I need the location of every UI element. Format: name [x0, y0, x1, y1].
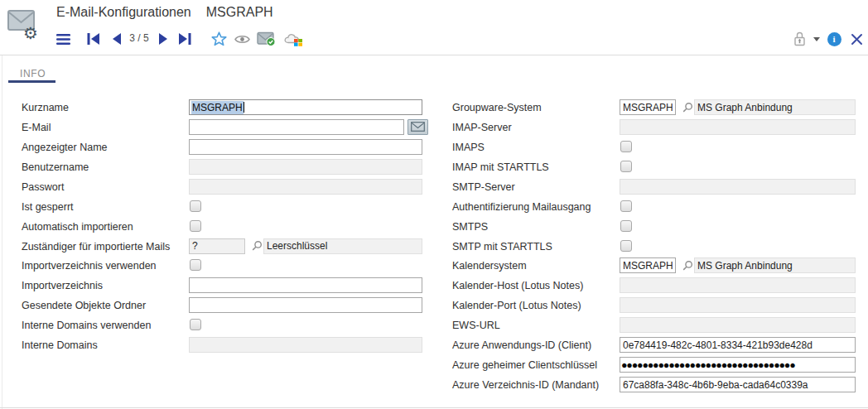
- chevron-down-icon: [813, 37, 820, 41]
- nav-next-button[interactable]: [157, 29, 169, 49]
- form-row-imap-mit-starttls: IMAP mit STARTTLS: [452, 157, 860, 177]
- envelope-icon: [411, 122, 425, 132]
- gesendete-objekte-ordner-input[interactable]: [189, 297, 422, 313]
- field-label: Azure Verzeichnis-ID (Mandant): [452, 375, 599, 395]
- imap-mit-starttls-checkbox[interactable]: [620, 161, 632, 172]
- form-row-automatisch-importieren: Automatisch importieren: [22, 217, 436, 237]
- last-record-icon: [179, 33, 191, 45]
- kalendersystem-lookup-button[interactable]: [681, 258, 694, 272]
- field-label: Gesendete Objekte Ordner: [22, 296, 146, 315]
- field-label: Kalender-Port (Lotus Notes): [452, 296, 581, 315]
- form-row-importverzeichnis-verwenden: Importverzeichnis verwenden: [22, 256, 436, 276]
- smtp-mit-starttls-checkbox[interactable]: [620, 240, 632, 252]
- field-label: SMTP-Server: [452, 177, 515, 197]
- azure-anwendungs-id-client-input[interactable]: [620, 337, 856, 353]
- send-email-button[interactable]: [407, 119, 428, 135]
- kalendersystem-code-input[interactable]: [620, 257, 676, 273]
- field-label: Azure geheimer Clientschlüssel: [452, 355, 597, 375]
- previous-record-icon: [113, 33, 121, 45]
- first-record-icon: [87, 33, 99, 45]
- field-label: IMAPS: [452, 137, 485, 157]
- nav-previous-button[interactable]: [111, 29, 123, 49]
- lock-icon: [793, 31, 807, 46]
- nav-last-button[interactable]: [177, 29, 192, 49]
- protection-dropdown[interactable]: [811, 29, 822, 49]
- groupware-system-description: [694, 99, 856, 115]
- groupware-system-code-input[interactable]: [620, 99, 676, 115]
- search-icon: [251, 240, 263, 252]
- form-column-right: Groupware-SystemIMAP-ServerIMAPSIMAP mit…: [452, 98, 860, 404]
- next-record-icon: [159, 33, 167, 45]
- automatisch-importieren-checkbox[interactable]: [190, 220, 201, 232]
- email-configuration-window: ⚙ E-Mail-Konfigurationen MSGRAPH 3 / 5: [0, 0, 868, 409]
- interne-domains-verwenden-checkbox[interactable]: [190, 319, 201, 330]
- form-row-gesendete-objekte-ordner: Gesendete Objekte Ordner: [22, 296, 436, 315]
- form-row-benutzername: Benutzername: [22, 157, 436, 177]
- form-column-left: KurznameMSGRAPHE-MailAngezeigter NameBen…: [22, 98, 436, 371]
- smtp-server-input: [620, 179, 856, 195]
- field-label: Automatisch importieren: [22, 217, 133, 237]
- email-settings-app-icon: ⚙: [7, 8, 43, 45]
- e-mail-input[interactable]: [189, 119, 404, 135]
- form-row-azure-anwendungs-id-client: Azure Anwendungs-ID (Client): [452, 335, 860, 355]
- form-row-imap-server: IMAP-Server: [452, 118, 860, 137]
- field-label: Kalendersystem: [452, 256, 527, 276]
- close-button[interactable]: [848, 29, 865, 49]
- menu-button[interactable]: [55, 29, 70, 49]
- azure-verzeichnis-id-mandant-input[interactable]: [620, 377, 856, 392]
- field-label: Importverzeichnis verwenden: [22, 256, 157, 276]
- smtps-checkbox[interactable]: [620, 220, 632, 232]
- imap-server-input: [620, 119, 856, 135]
- importverzeichnis-verwenden-checkbox[interactable]: [190, 259, 201, 271]
- field-label: Interne Domains verwenden: [22, 315, 151, 335]
- field-label: EWS-URL: [452, 315, 500, 335]
- selected-text: MSGRAPH: [191, 101, 244, 114]
- azure-geheimer-clientschluessel-input[interactable]: [620, 357, 856, 373]
- window-left-edge: [2, 55, 2, 409]
- record-title: MSGRAPH: [206, 5, 273, 20]
- field-label: SMTP mit STARTTLS: [452, 237, 552, 257]
- zustaendiger-fuer-importierte-mails-description: [263, 238, 422, 254]
- field-label: SMTPS: [452, 217, 488, 237]
- kurzname-input[interactable]: MSGRAPH: [189, 99, 422, 115]
- kalender-host-lotus-notes-input: [620, 277, 856, 293]
- ist-gesperrt-checkbox[interactable]: [190, 200, 201, 212]
- mail-status-button[interactable]: [256, 29, 276, 49]
- form-row-ist-gesperrt: Ist gesperrt: [22, 197, 436, 217]
- protection-button[interactable]: [791, 29, 808, 49]
- groupware-system-lookup-button[interactable]: [681, 100, 694, 114]
- eye-icon: [234, 34, 250, 45]
- star-icon: [211, 31, 227, 46]
- form-row-interne-domains: Interne Domains: [22, 335, 436, 355]
- angezeigter-name-input[interactable]: [189, 139, 422, 155]
- cloud-services-button[interactable]: [282, 29, 304, 49]
- form-row-azure-geheimer-clientschluessel: Azure geheimer Clientschlüssel: [452, 355, 860, 375]
- ews-url-input: [620, 317, 856, 333]
- field-label: Ist gesperrt: [22, 197, 74, 217]
- form-row-passwort: Passwort: [22, 177, 436, 197]
- form-row-smtp-mit-starttls: SMTP mit STARTTLS: [452, 237, 860, 257]
- authentifizierung-mailausgang-checkbox[interactable]: [620, 200, 632, 212]
- zustaendiger-fuer-importierte-mails-lookup-button[interactable]: [250, 239, 263, 253]
- info-icon: i: [827, 32, 841, 46]
- field-label: Azure Anwendungs-ID (Client): [452, 335, 591, 355]
- field-label: Importverzeichnis: [22, 276, 103, 296]
- visibility-button[interactable]: [234, 29, 250, 49]
- tab-info-underline: [8, 80, 55, 83]
- form-row-e-mail: E-Mail: [22, 118, 436, 137]
- form-row-zustaendiger-fuer-importierte-mails: Zuständiger für importierte Mails: [22, 237, 436, 257]
- hamburger-icon: [56, 34, 70, 45]
- field-label: Zuständiger für importierte Mails: [22, 237, 170, 257]
- info-button[interactable]: i: [826, 29, 842, 49]
- importverzeichnis-input[interactable]: [189, 277, 422, 293]
- tab-info[interactable]: INFO: [20, 68, 46, 79]
- imaps-checkbox[interactable]: [620, 141, 632, 152]
- favorite-button[interactable]: [210, 29, 227, 49]
- window-bottom-edge: [0, 407, 868, 408]
- field-label: Benutzername: [22, 157, 89, 177]
- nav-first-button[interactable]: [85, 29, 100, 49]
- search-icon: [682, 102, 693, 113]
- page-title: E-Mail-Konfigurationen: [56, 5, 191, 20]
- form-row-ews-url: EWS-URL: [452, 315, 860, 335]
- header-titles: E-Mail-Konfigurationen MSGRAPH: [56, 5, 273, 20]
